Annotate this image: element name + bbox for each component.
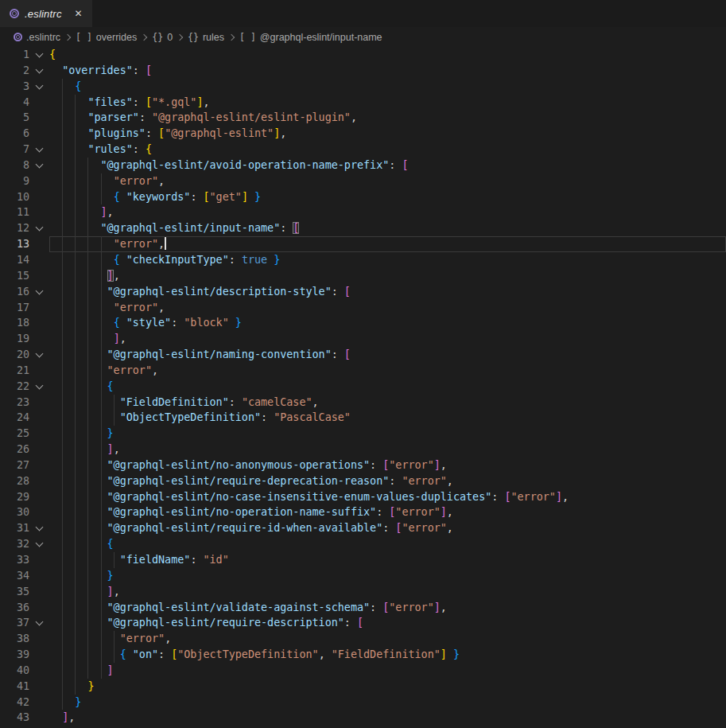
tab-eslintrc[interactable]: .eslintrc ✕ bbox=[0, 0, 92, 27]
code-line[interactable]: 39 { "on": ["ObjectTypeDefinition", "Fie… bbox=[0, 647, 726, 663]
code-line[interactable]: 17 "error", bbox=[0, 300, 726, 316]
line-number[interactable]: 36 bbox=[0, 600, 29, 616]
line-number[interactable]: 32 bbox=[0, 536, 29, 552]
fold-chevron-icon[interactable] bbox=[29, 47, 49, 63]
line-number[interactable]: 9 bbox=[0, 173, 29, 189]
code-line[interactable]: 6 "plugins": ["@graphql-eslint"], bbox=[0, 126, 726, 142]
code-line[interactable]: 35 ], bbox=[0, 584, 726, 600]
line-number[interactable]: 43 bbox=[0, 710, 29, 726]
line-number[interactable]: 18 bbox=[0, 315, 29, 331]
breadcrumb-item[interactable]: [ ]overrides bbox=[76, 32, 137, 43]
line-number[interactable]: 14 bbox=[0, 252, 29, 268]
code-line[interactable]: 42 } bbox=[0, 695, 726, 710]
line-number[interactable]: 26 bbox=[0, 442, 29, 457]
fold-chevron-icon[interactable] bbox=[29, 158, 49, 173]
line-number[interactable]: 23 bbox=[0, 395, 29, 411]
code-line[interactable]: 2 "overrides": [ bbox=[0, 63, 726, 79]
code-line[interactable]: 25 } bbox=[0, 426, 726, 442]
line-number[interactable]: 41 bbox=[0, 679, 29, 695]
code-line[interactable]: 26 ], bbox=[0, 442, 726, 457]
code-line[interactable]: 5 "parser": "@graphql-eslint/eslint-plug… bbox=[0, 110, 726, 126]
code-line[interactable]: 43 ], bbox=[0, 710, 726, 726]
code-line[interactable]: 22 { bbox=[0, 379, 726, 395]
fold-chevron-icon[interactable] bbox=[29, 379, 49, 395]
breadcrumb-item[interactable]: {}rules bbox=[188, 32, 224, 43]
code-line[interactable]: 37 "@graphql-eslint/require-description"… bbox=[0, 615, 726, 631]
code-line[interactable]: 4 "files": ["*.gql"], bbox=[0, 95, 726, 111]
fold-chevron-icon[interactable] bbox=[29, 284, 49, 300]
code-line[interactable]: 1{ bbox=[0, 47, 726, 63]
line-number[interactable]: 7 bbox=[0, 142, 29, 158]
line-number[interactable]: 15 bbox=[0, 268, 29, 284]
fold-chevron-icon[interactable] bbox=[29, 347, 49, 363]
code-line[interactable]: 29 "@graphql-eslint/no-case-insensitive-… bbox=[0, 489, 726, 505]
code-line[interactable]: 21 "error", bbox=[0, 363, 726, 379]
code-line[interactable]: 23 "FieldDefinition": "camelCase", bbox=[0, 395, 726, 411]
line-number[interactable]: 21 bbox=[0, 363, 29, 379]
code-line[interactable]: 41 } bbox=[0, 679, 726, 695]
line-number[interactable]: 12 bbox=[0, 220, 29, 236]
line-number[interactable]: 37 bbox=[0, 615, 29, 631]
code-line[interactable]: 20 "@graphql-eslint/naming-convention": … bbox=[0, 347, 726, 363]
line-number[interactable]: 28 bbox=[0, 473, 29, 489]
line-number[interactable]: 40 bbox=[0, 663, 29, 679]
code-line[interactable]: 8 "@graphql-eslint/avoid-operation-name-… bbox=[0, 158, 726, 173]
line-number[interactable]: 20 bbox=[0, 347, 29, 363]
code-line[interactable]: 36 "@graphql-eslint/validate-against-sch… bbox=[0, 600, 726, 616]
code-line[interactable]: 34 } bbox=[0, 568, 726, 584]
code-line[interactable]: 3 { bbox=[0, 79, 726, 95]
line-number[interactable]: 13 bbox=[0, 236, 29, 252]
fold-chevron-icon[interactable] bbox=[29, 63, 49, 79]
line-number[interactable]: 6 bbox=[0, 126, 29, 142]
line-number[interactable]: 16 bbox=[0, 284, 29, 300]
line-number[interactable]: 22 bbox=[0, 379, 29, 395]
line-number[interactable]: 17 bbox=[0, 300, 29, 316]
line-number[interactable]: 31 bbox=[0, 520, 29, 536]
code-line[interactable]: 15 ], bbox=[0, 268, 726, 284]
line-number[interactable]: 27 bbox=[0, 457, 29, 473]
code-line[interactable]: 13 "error", bbox=[0, 236, 726, 252]
line-number[interactable]: 35 bbox=[0, 584, 29, 600]
breadcrumb-item[interactable]: [ ]@graphql-eslint/input-name bbox=[239, 32, 382, 43]
code-line[interactable]: 18 { "style": "block" } bbox=[0, 315, 726, 331]
code-line[interactable]: 19 ], bbox=[0, 331, 726, 347]
line-number[interactable]: 2 bbox=[0, 63, 29, 79]
code-line[interactable]: 10 { "keywords": ["get"] } bbox=[0, 189, 726, 205]
fold-chevron-icon[interactable] bbox=[29, 142, 49, 158]
code-line[interactable]: 14 { "checkInputType": true } bbox=[0, 252, 726, 268]
fold-chevron-icon[interactable] bbox=[29, 79, 49, 95]
line-number[interactable]: 4 bbox=[0, 95, 29, 111]
code-line[interactable]: 27 "@graphql-eslint/no-anonymous-operati… bbox=[0, 457, 726, 473]
breadcrumb-item[interactable]: {}0 bbox=[152, 32, 173, 43]
code-line[interactable]: 28 "@graphql-eslint/require-deprecation-… bbox=[0, 473, 726, 489]
code-line[interactable]: 30 "@graphql-eslint/no-operation-name-su… bbox=[0, 504, 726, 520]
line-number[interactable]: 11 bbox=[0, 204, 29, 220]
code-line[interactable]: 33 "fieldName": "id" bbox=[0, 552, 726, 568]
code-line[interactable]: 9 "error", bbox=[0, 173, 726, 189]
line-number[interactable]: 33 bbox=[0, 552, 29, 568]
fold-chevron-icon[interactable] bbox=[29, 520, 49, 536]
code-line[interactable]: 24 "ObjectTypeDefinition": "PascalCase" bbox=[0, 410, 726, 426]
code-line[interactable]: 38 "error", bbox=[0, 631, 726, 647]
breadcrumb-item[interactable]: .eslintrc bbox=[14, 32, 60, 43]
line-number[interactable]: 24 bbox=[0, 410, 29, 426]
line-number[interactable]: 10 bbox=[0, 189, 29, 205]
line-number[interactable]: 1 bbox=[0, 47, 29, 63]
line-number[interactable]: 5 bbox=[0, 110, 29, 126]
close-icon[interactable]: ✕ bbox=[75, 9, 83, 18]
line-number[interactable]: 3 bbox=[0, 79, 29, 95]
line-number[interactable]: 34 bbox=[0, 568, 29, 584]
fold-chevron-icon[interactable] bbox=[29, 220, 49, 236]
fold-chevron-icon[interactable] bbox=[29, 536, 49, 552]
code-line[interactable]: 11 ], bbox=[0, 204, 726, 220]
line-number[interactable]: 39 bbox=[0, 647, 29, 663]
line-number[interactable]: 30 bbox=[0, 504, 29, 520]
line-number[interactable]: 38 bbox=[0, 631, 29, 647]
code-line[interactable]: 40 ] bbox=[0, 663, 726, 679]
line-number[interactable]: 25 bbox=[0, 426, 29, 442]
line-number[interactable]: 29 bbox=[0, 489, 29, 505]
code-line[interactable]: 31 "@graphql-eslint/require-id-when-avai… bbox=[0, 520, 726, 536]
fold-chevron-icon[interactable] bbox=[29, 615, 49, 631]
line-number[interactable]: 42 bbox=[0, 695, 29, 710]
code-line[interactable]: 16 "@graphql-eslint/description-style": … bbox=[0, 284, 726, 300]
